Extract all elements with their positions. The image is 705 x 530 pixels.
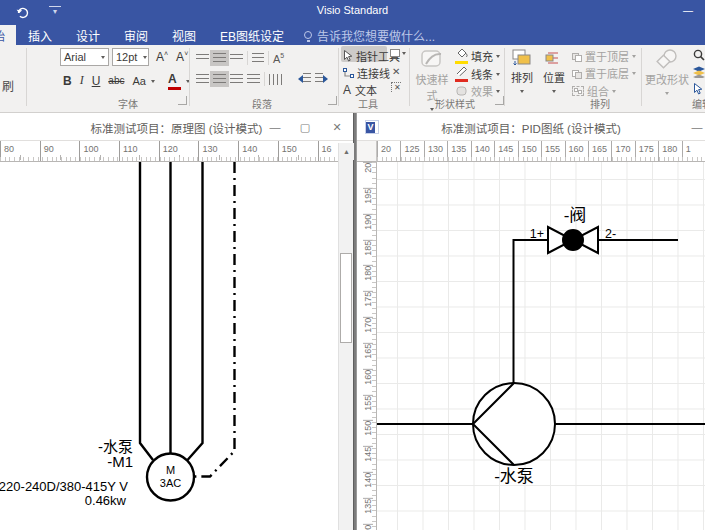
wire-pe-dashdot xyxy=(194,162,235,477)
pid-window-titlebar[interactable]: V 标准测试项目：PID图纸 (设计模式) — xyxy=(357,113,705,141)
ruler-label: 170 xyxy=(363,317,373,343)
format-painter-partial[interactable]: 刷 xyxy=(2,77,14,94)
motor-power-label: 0.46kw xyxy=(85,493,127,508)
text-direction-icon[interactable] xyxy=(269,74,282,85)
tab-design[interactable]: 设计 xyxy=(64,25,112,45)
font-size-combo[interactable]: 12pt xyxy=(112,48,149,66)
chevron-down-icon xyxy=(143,56,147,61)
strikethrough-button[interactable]: abc xyxy=(105,74,127,87)
arrange-group-label: 排列 xyxy=(590,96,610,111)
ruler-label: 180 xyxy=(363,265,373,291)
mdi-workspace: 标准测试项目：原理图 (设计模式) — ▢ ✕ 8090100110120130… xyxy=(0,113,705,530)
rectangle-tool-button[interactable] xyxy=(390,49,406,57)
line-button[interactable]: 线条 xyxy=(455,66,500,82)
ruler-label: 160 xyxy=(363,369,373,395)
align-top-icon[interactable] xyxy=(196,54,209,62)
tools-group-label: 工具 xyxy=(358,96,378,111)
tab-review[interactable]: 审阅 xyxy=(112,25,160,45)
window-minimize-button[interactable]: — xyxy=(261,113,289,141)
tab-view[interactable]: 视图 xyxy=(160,25,208,45)
window-schematic: 标准测试项目：原理图 (设计模式) — ▢ ✕ 8090100110120130… xyxy=(0,113,354,530)
chevron-down-icon xyxy=(665,92,669,97)
font-color-button[interactable]: A xyxy=(165,71,184,90)
layers-button[interactable] xyxy=(692,66,705,80)
fill-color-swatch xyxy=(455,61,468,64)
bring-to-front-button[interactable]: 置于顶层 xyxy=(572,48,636,64)
ruler-label: 145 xyxy=(363,446,373,472)
font-name-combo[interactable]: Arial xyxy=(60,48,109,66)
rectangle-icon xyxy=(390,49,400,57)
font-group-label: 字体 xyxy=(118,96,138,111)
ruler-label: 195 xyxy=(363,188,373,214)
change-case-button[interactable]: Aa xyxy=(129,74,148,88)
tab-insert[interactable]: 插入 xyxy=(16,25,64,45)
pid-canvas[interactable]: -阀 1+ 2- -水泵 xyxy=(377,162,705,530)
bold-button[interactable]: B xyxy=(60,73,75,89)
arrange-button[interactable]: 排列 xyxy=(508,49,536,95)
tell-me-box[interactable]: 告诉我您想要做什么... xyxy=(296,25,435,45)
connection-point-x-icon[interactable]: ✕ xyxy=(392,66,400,77)
connection-point-tool-icon[interactable]: ✕ xyxy=(391,82,401,92)
paragraph-dialog-launcher[interactable] xyxy=(328,96,337,105)
chevron-down-icon xyxy=(632,72,636,77)
shape-styles-dialog-launcher[interactable] xyxy=(495,96,504,105)
tab-home-active[interactable]: 始 xyxy=(0,25,16,45)
select-button[interactable] xyxy=(693,83,703,97)
wire-l1 xyxy=(140,162,153,460)
scrollbar-thumb[interactable] xyxy=(340,253,352,343)
chevron-down-icon xyxy=(520,90,524,95)
pump-tag-label: -水泵 xyxy=(494,467,534,486)
pipe-valve-to-pump xyxy=(514,240,549,383)
ruler-label: 180 xyxy=(658,141,681,162)
italic-button[interactable]: I xyxy=(77,72,87,89)
tab-eb-sheet-settings[interactable]: EB图纸设定 xyxy=(208,25,296,45)
ruler-label: 125 xyxy=(400,141,423,162)
find-button[interactable] xyxy=(692,49,705,64)
ruler-label: 175 xyxy=(363,291,373,317)
scroll-up-arrow[interactable]: ▲ xyxy=(339,143,354,160)
ruler-label: 130 xyxy=(424,141,447,162)
ruler-label: 175 xyxy=(635,141,658,162)
align-right-icon[interactable] xyxy=(230,74,243,84)
align-left-icon[interactable] xyxy=(196,74,209,84)
decrease-indent-icon[interactable] xyxy=(294,73,311,85)
group-divider xyxy=(641,48,642,106)
group-shapes-icon xyxy=(572,86,584,96)
schematic-canvas[interactable]: M 3AC -水泵 -M1 220-240D/380-415Y V 0.46kw xyxy=(0,162,339,530)
search-icon xyxy=(692,49,705,62)
ruler-label: 135 xyxy=(363,498,373,524)
align-center-icon[interactable] xyxy=(213,74,226,84)
font-color-swatch xyxy=(168,87,181,90)
change-shape-button[interactable]: 更改形状 xyxy=(645,49,689,97)
position-icon xyxy=(544,49,564,67)
schematic-window-titlebar[interactable]: 标准测试项目：原理图 (设计模式) — ▢ ✕ xyxy=(0,113,353,141)
motor-tag-label: -M1 xyxy=(107,453,133,470)
increase-indent-icon[interactable] xyxy=(315,73,332,85)
bullets-icon[interactable] xyxy=(252,53,264,63)
chevron-down-icon xyxy=(612,90,616,95)
send-to-back-button[interactable]: 置于底层 xyxy=(572,65,636,81)
window-minimize-button[interactable]: — xyxy=(683,113,705,141)
character-spacing-icon[interactable]: A5 xyxy=(273,52,284,65)
fill-button[interactable]: 填充 xyxy=(455,48,500,64)
ruler-label: 110 xyxy=(119,141,159,162)
ruler-label: 90 xyxy=(40,141,80,162)
vertical-scrollbar[interactable]: ▲ xyxy=(338,143,353,530)
window-close-button[interactable]: ✕ xyxy=(323,113,351,141)
justify-icon[interactable] xyxy=(247,74,260,84)
position-button[interactable]: 位置 xyxy=(540,49,568,95)
align-middle-icon[interactable] xyxy=(213,53,226,63)
align-bottom-icon[interactable] xyxy=(230,54,243,62)
font-dialog-launcher[interactable] xyxy=(178,96,187,105)
underline-button[interactable]: U xyxy=(89,73,104,89)
app-minimize-button[interactable]: — xyxy=(679,2,697,20)
window-maximize-button[interactable]: ▢ xyxy=(291,113,319,141)
connector-tool-button[interactable]: 连接线 xyxy=(343,65,390,81)
group-divider xyxy=(189,48,190,106)
ruler-label: 155 xyxy=(363,395,373,421)
ruler-label: 190 xyxy=(363,214,373,240)
app-titlebar: ▾ Visio Standard — xyxy=(0,0,705,25)
chevron-down-icon xyxy=(496,73,500,78)
grow-font-button[interactable]: A˄ xyxy=(153,49,171,65)
ruler-label: 150 xyxy=(278,141,318,162)
